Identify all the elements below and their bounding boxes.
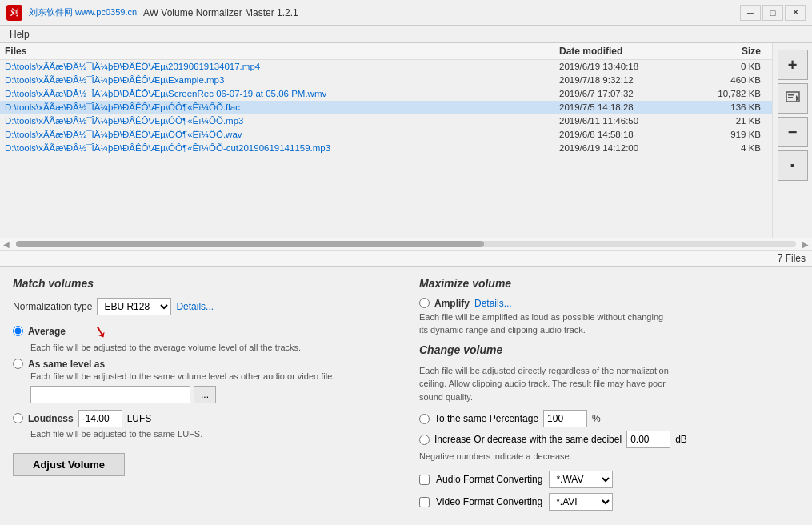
average-desc: Each file will be adjusted to the averag… [13, 343, 393, 352]
norm-type-select[interactable]: EBU R128 ReplayGain Peak [97, 298, 171, 315]
average-radio[interactable] [13, 326, 23, 336]
table-row[interactable]: D:\tools\xÃÃæ\ÐÂ½¯ÎÄ¼þÐ\ÐÂÊÔ\Æµ\ScreenRe… [0, 87, 772, 101]
loudness-value-input[interactable] [78, 410, 122, 427]
file-date: 2019/7/18 9:32:12 [559, 75, 703, 85]
sidebar-buttons: + − ▪ [772, 43, 812, 238]
norm-type-label: Normalization type [13, 301, 92, 312]
plus-icon: + [788, 56, 798, 74]
file-name: D:\tools\xÃÃæ\ÐÂ½¯ÎÄ¼þÐ\ÐÂÊÔ\Æµ\ÓÔ¶«Êï¼Ô… [5, 116, 559, 126]
negative-note: Negative numbers indicate a decrease. [419, 451, 799, 461]
scrollbar-thumb[interactable] [16, 241, 484, 247]
menu-item-help[interactable]: Help [3, 27, 36, 42]
percentage-radio[interactable] [419, 414, 430, 424]
file-name: D:\tools\xÃÃæ\ÐÂ½¯ÎÄ¼þÐ\ÐÂÊÔ\Æµ\ÓÔ¶«Êï¼Ô… [5, 143, 559, 153]
decibel-radio-row: Increase Or decrease with the same decib… [419, 431, 799, 448]
maximize-volume-title: Maximize volume [419, 277, 799, 290]
menubar: Help [0, 26, 812, 43]
watermark-site: 刘东软件网 www.pc0359.cn [29, 6, 137, 18]
file-size: 21 KB [703, 116, 767, 126]
browse-button[interactable]: ... [194, 386, 216, 403]
file-size: 919 KB [703, 130, 767, 139]
increase-label: Increase Or decrease with the same decib… [434, 434, 622, 445]
file-name: D:\tools\xÃÃæ\ÐÂ½¯ÎÄ¼þÐ\ÐÂÊÔ\Æµ\Example.… [5, 75, 559, 85]
lufs-label: LUFS [127, 413, 152, 424]
same-level-desc: Each file will be adjusted to the same v… [13, 371, 393, 381]
file-size: 4 KB [703, 143, 767, 153]
svg-rect-2 [788, 97, 793, 98]
change-volume-desc: Each file will be adjusted directly rega… [419, 364, 799, 404]
audio-format-select[interactable]: *.WAV *.MP3 *.FLAC *.OGG [549, 471, 613, 488]
audio-format-row: Audio Format Converting *.WAV *.MP3 *.FL… [419, 471, 799, 488]
decibel-radio[interactable] [419, 435, 430, 445]
match-volumes-panel: Match volumes Normalization type EBU R12… [0, 267, 406, 526]
file-name: D:\tools\xÃÃæ\ÐÂ½¯ÎÄ¼þÐ\ÐÂÊÔ\Æµ\ScreenRe… [5, 89, 559, 98]
same-level-label: As same level as [28, 359, 105, 370]
match-volumes-title: Match volumes [13, 277, 393, 290]
clear-icon: ▪ [790, 158, 795, 173]
minimize-button[interactable]: ─ [740, 5, 761, 21]
percentage-label: To the same Percentage [434, 413, 538, 424]
change-volume-title: Change volume [419, 343, 799, 356]
remove-file-button[interactable]: − [778, 117, 808, 147]
table-row[interactable]: D:\tools\xÃÃæ\ÐÂ½¯ÎÄ¼þÐ\ÐÂÊÔ\Æµ\20190619… [0, 60, 772, 74]
table-row[interactable]: D:\tools\xÃÃæ\ÐÂ½¯ÎÄ¼þÐ\ÐÂÊÔ\Æµ\ÓÔ¶«Êï¼Ô… [0, 128, 772, 142]
loudness-label: Loudness [28, 413, 74, 424]
amplify-desc: Each file will be amplified as loud as p… [419, 311, 799, 337]
titlebar-controls: ─ □ ✕ [740, 5, 806, 21]
amplify-label: Amplify [434, 298, 470, 309]
loudness-radio-row: Loudness LUFS [13, 410, 393, 427]
file-count: 7 Files [778, 253, 806, 264]
db-label: dB [675, 434, 687, 445]
video-format-checkbox[interactable] [419, 497, 430, 507]
file-size: 136 KB [703, 102, 767, 112]
maximize-button[interactable]: □ [762, 5, 783, 21]
audio-format-label: Audio Format Converting [436, 474, 542, 485]
norm-type-row: Normalization type EBU R128 ReplayGain P… [13, 298, 393, 315]
file-list-scroll[interactable]: D:\tools\xÃÃæ\ÐÂ½¯ÎÄ¼þÐ\ÐÂÊÔ\Æµ\20190619… [0, 60, 772, 238]
average-label: Average [28, 326, 66, 337]
average-radio-group: Average ➘ Each file will be adjusted to … [13, 322, 393, 352]
scrollbar-track [16, 241, 796, 247]
svg-rect-1 [788, 94, 794, 96]
decibel-input[interactable] [626, 431, 670, 448]
clear-button[interactable]: ▪ [778, 150, 808, 181]
add-file-button[interactable]: + [778, 50, 808, 80]
same-level-radio-row: As same level as [13, 359, 393, 370]
table-row[interactable]: D:\tools\xÃÃæ\ÐÂ½¯ÎÄ¼þÐ\ÐÂÊÔ\Æµ\ÓÔ¶«Êï¼Ô… [0, 101, 772, 114]
file-date: 2019/7/5 14:18:28 [559, 102, 703, 112]
video-format-row: Video Format Converting *.AVI *.MP4 *.MK… [419, 493, 799, 511]
average-radio-row: Average ➘ [13, 322, 393, 341]
col-header-size: Size [703, 46, 767, 57]
norm-details-link[interactable]: Details... [176, 301, 214, 312]
amplify-radio[interactable] [419, 298, 430, 308]
video-format-label: Video Format Converting [436, 496, 542, 507]
loudness-radio[interactable] [13, 413, 23, 423]
horizontal-scrollbar[interactable]: ◀ ▶ [0, 238, 812, 250]
import-button[interactable] [778, 83, 808, 114]
amplify-details-link[interactable]: Details... [474, 298, 512, 309]
file-list-area: Files Date modified Size D:\tools\xÃÃæ\Ð… [0, 43, 812, 266]
table-row[interactable]: D:\tools\xÃÃæ\ÐÂ½¯ÎÄ¼þÐ\ÐÂÊÔ\Æµ\ÓÔ¶«Êï¼Ô… [0, 114, 772, 128]
percentage-input[interactable] [543, 410, 587, 427]
titlebar: 刘 刘东软件网 www.pc0359.cn AW Volume Normaliz… [0, 0, 812, 26]
table-row[interactable]: D:\tools\xÃÃæ\ÐÂ½¯ÎÄ¼þÐ\ÐÂÊÔ\Æµ\Example.… [0, 74, 772, 87]
adjust-volume-button[interactable]: Adjust Volume [13, 453, 125, 476]
file-list-main: Files Date modified Size D:\tools\xÃÃæ\Ð… [0, 43, 772, 238]
app-logo: 刘 [6, 5, 22, 21]
audio-format-checkbox[interactable] [419, 475, 430, 485]
file-name: D:\tools\xÃÃæ\ÐÂ½¯ÎÄ¼þÐ\ÐÂÊÔ\Æµ\20190619… [5, 62, 559, 71]
video-format-select[interactable]: *.AVI *.MP4 *.MKV [549, 493, 613, 511]
same-level-input[interactable] [30, 386, 190, 403]
same-level-radio-group: As same level as Each file will be adjus… [13, 359, 393, 403]
loudness-desc: Each file will be adjusted to the same L… [13, 429, 393, 439]
table-row[interactable]: D:\tools\xÃÃæ\ÐÂ½¯ÎÄ¼þÐ\ÐÂÊÔ\Æµ\ÓÔ¶«Êï¼Ô… [0, 142, 772, 155]
bottom-panels: Match volumes Normalization type EBU R12… [0, 266, 812, 526]
arrow-decoration: ➘ [92, 320, 110, 343]
same-level-radio[interactable] [13, 359, 23, 369]
adjust-btn-container: Adjust Volume [13, 445, 393, 476]
file-size: 460 KB [703, 75, 767, 85]
close-button[interactable]: ✕ [785, 5, 806, 21]
file-size: 10,782 KB [703, 89, 767, 98]
file-date: 2019/6/19 13:40:18 [559, 62, 703, 71]
right-panel: Maximize volume Amplify Details... Each … [406, 267, 812, 526]
